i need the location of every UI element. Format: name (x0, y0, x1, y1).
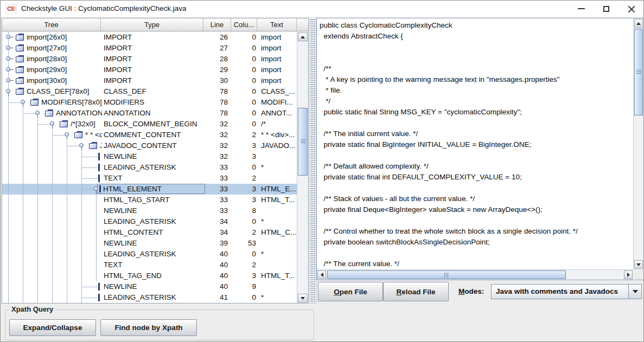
tree-node-label: import[29x0] (27, 66, 67, 74)
table-row[interactable]: NEWLINE3953 (2, 238, 297, 249)
text-cell: import (261, 33, 297, 41)
source-code-panel: public class CyclomaticComplexityCheck e… (316, 18, 644, 280)
tree-vertical-scrollbar[interactable] (297, 32, 308, 303)
type-cell: BLOCK_COMMENT_BEGIN (104, 120, 203, 128)
find-node-by-xpath-button[interactable]: Find node by Xpath (100, 319, 197, 336)
table-row[interactable]: import[29x0]IMPORT290import (2, 64, 297, 75)
table-row[interactable]: HTML_TAG_END403HTML_T... (2, 270, 297, 281)
close-button[interactable] (619, 1, 643, 17)
split-pane-divider[interactable] (310, 18, 316, 304)
column-cell: 0 (232, 250, 256, 258)
type-cell: LEADING_ASTERISK (104, 293, 203, 301)
column-header-line[interactable]: Line (203, 18, 231, 31)
source-code-view[interactable]: public class CyclomaticComplexityCheck e… (317, 18, 633, 269)
tree-expand-handle[interactable] (6, 78, 10, 82)
parse-mode-combobox[interactable]: Java with comments and Javadocs (491, 284, 642, 299)
tree-guide-line (52, 151, 53, 162)
text-cell: HTML_C... (261, 228, 297, 236)
table-row[interactable]: CLASS_DEF[78x0]CLASS_DEF780CLASS_... (2, 86, 297, 97)
tree-guide-line (52, 260, 53, 270)
expand-collapse-button[interactable]: Expand/Collapse (9, 319, 96, 336)
tree-expand-handle[interactable] (79, 143, 84, 147)
table-row[interactable]: LEADING_ASTERISK410* (2, 292, 297, 303)
scrollbar-corner (633, 269, 643, 280)
type-cell: TEXT (104, 174, 203, 182)
column-cell: 3 (232, 152, 256, 160)
code-hscrollbar-thumb[interactable] (327, 270, 566, 279)
tree-guide-line (8, 216, 9, 227)
tree-expand-handle[interactable] (6, 46, 10, 50)
open-file-button[interactable]: Open File (318, 282, 383, 301)
tree-guide-line (37, 205, 38, 216)
tree-guide-line (23, 184, 23, 195)
tree-guide-line (37, 238, 38, 249)
column-header-text[interactable]: Text (257, 18, 297, 31)
tree-guide-line (52, 173, 53, 184)
tree-expand-handle[interactable] (6, 35, 10, 39)
table-row[interactable]: HTML_TAG_START333HTML_T... (2, 195, 297, 205)
table-row[interactable]: * * <div>...COMMENT_CONTENT322* * <div>.… (2, 130, 297, 140)
table-row[interactable]: /*[32x0]BLOCK_COMMENT_BEGIN320/* (2, 119, 297, 130)
tree-guide-line (67, 205, 67, 216)
scroll-up-button[interactable] (298, 33, 308, 41)
scroll-right-button[interactable] (624, 270, 633, 279)
column-header-type[interactable]: Type (101, 18, 203, 31)
reload-file-button[interactable]: Reload File (383, 282, 449, 301)
folder-icon (74, 132, 82, 138)
tree-expand-handle[interactable] (6, 56, 10, 61)
table-row[interactable]: LEADING_ASTERISK330* (2, 162, 297, 173)
tree-guide-line (52, 292, 53, 303)
table-row[interactable]: LEADING_ASTERISK400* (2, 249, 297, 260)
tree-expand-handle[interactable] (6, 67, 10, 72)
column-cell: 3 (232, 141, 256, 150)
table-row[interactable]: TEXT332 (2, 173, 297, 184)
type-cell: NEWLINE (104, 282, 203, 291)
tree-expand-handle[interactable] (35, 111, 40, 115)
line-cell: 29 (203, 66, 228, 74)
scroll-up-button[interactable] (634, 19, 643, 28)
column-header-column[interactable]: Colu... (231, 18, 257, 31)
code-vertical-scrollbar[interactable] (633, 18, 643, 269)
tree-guide-line (81, 238, 82, 249)
maximize-button[interactable] (594, 1, 619, 17)
tree-guide-line (8, 281, 9, 292)
scroll-down-button[interactable] (298, 294, 308, 302)
table-row[interactable]: NEWLINE409 (2, 281, 297, 292)
table-row[interactable]: LEADING_ASTERISK340* (2, 216, 297, 227)
code-horizontal-scrollbar[interactable] (317, 269, 633, 280)
table-row[interactable]: import[26x0]IMPORT260import (2, 32, 297, 43)
scroll-down-button[interactable] (634, 260, 643, 269)
tree-expand-handle[interactable] (6, 89, 10, 93)
text-cell: * (261, 250, 297, 258)
table-row[interactable]: import[30x0]IMPORT300import (2, 75, 297, 86)
tree-guide-line (23, 162, 23, 173)
tree-scrollbar-thumb[interactable] (298, 108, 308, 176)
table-row[interactable]: HTML_ELEMENT333HTML_E... (2, 184, 297, 195)
tree-cell (2, 162, 102, 173)
scroll-left-button[interactable] (317, 270, 326, 279)
selected-node-box[interactable]: HTML_ELEMENT (97, 184, 205, 194)
table-row[interactable]: import[27x0]IMPORT270import (2, 43, 297, 54)
tree-guide-stub (81, 157, 98, 157)
table-row[interactable]: ANNOTATION[78x0]ANNOTATION780ANNOT... (2, 108, 297, 119)
combobox-dropdown-button[interactable] (628, 285, 641, 299)
table-row[interactable]: import[28x0]IMPORT280import (2, 54, 297, 64)
minimize-button[interactable] (569, 1, 594, 17)
table-row[interactable]: JAVADOC_CONTENTJAVADOC_CONTENT323JAVADO.… (2, 140, 297, 151)
table-row[interactable]: NEWLINE338 (2, 205, 297, 216)
code-scrollbar-thumb[interactable] (634, 29, 643, 115)
tree-guide-line (81, 195, 82, 205)
tree-expand-handle[interactable] (21, 100, 25, 104)
type-cell: MODIFIERS (104, 98, 203, 106)
table-row[interactable]: TEXT402 (2, 260, 297, 270)
tree-expand-handle[interactable] (50, 121, 54, 126)
tree-guide-line (67, 281, 67, 292)
table-row[interactable]: NEWLINE323 (2, 151, 297, 162)
tree-expand-handle[interactable] (65, 132, 69, 137)
tree-guide-line (96, 195, 97, 205)
table-row[interactable]: HTML_CONTENT342HTML_C... (2, 227, 297, 238)
table-row[interactable]: MODIFIERS[78x0]MODIFIERS780MODIFI... (2, 97, 297, 108)
scrollbar-grip-icon (301, 139, 305, 144)
tree-guide-line (52, 281, 53, 292)
column-header-tree[interactable]: Tree (2, 18, 101, 31)
